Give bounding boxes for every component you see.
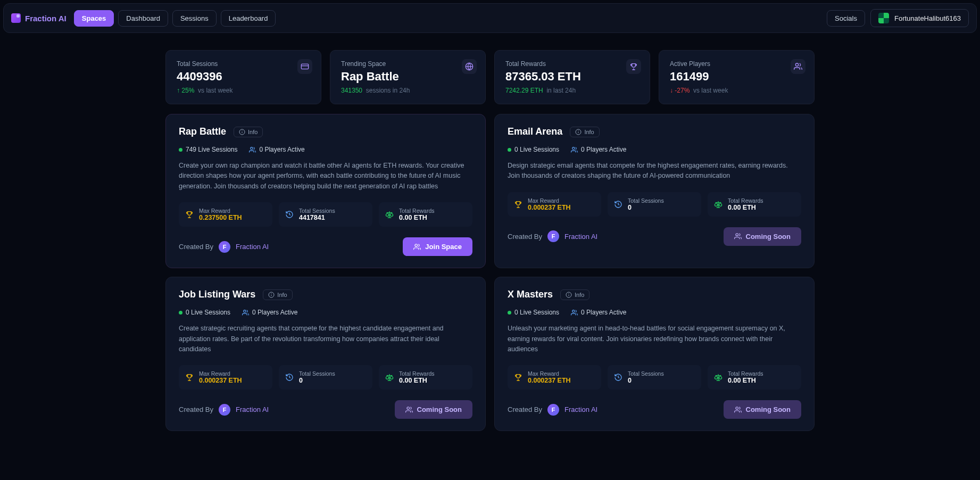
users-icon	[405, 406, 413, 413]
players-active-text: 0 Players Active	[581, 146, 626, 153]
live-sessions-text: 749 Live Sessions	[186, 146, 237, 153]
arrow-up-icon: ↑	[177, 87, 180, 94]
svg-rect-0	[301, 64, 308, 69]
space-title: Job Listing Wars	[179, 289, 255, 300]
space-footer: Created By F Fraction AI Coming Soon	[508, 227, 801, 246]
scale-icon	[385, 210, 394, 219]
stat-label: Active Players	[670, 60, 803, 68]
socials-button[interactable]: Socials	[827, 10, 865, 27]
players-active-text: 0 Players Active	[581, 309, 626, 316]
creator-name[interactable]: Fraction AI	[564, 233, 597, 241]
cta-label: Join Space	[425, 243, 462, 251]
spaces-grid: Rap Battle Info 749 Live Sessions 0 Play…	[165, 114, 815, 431]
stat-label: Total Sessions	[177, 60, 310, 68]
info-button[interactable]: Info	[263, 289, 292, 300]
delta-suffix: in last 24h	[546, 87, 576, 94]
user-chip[interactable]: FortunateHalibut6163	[870, 9, 969, 27]
space-card: Job Listing Wars Info 0 Live Sessions 0 …	[165, 277, 486, 431]
players-active-meta: 0 Players Active	[249, 146, 304, 153]
stats-row: Total Sessions 4409396 ↑ 25% vs last wee…	[165, 50, 815, 104]
username-label: FortunateHalibut6163	[894, 14, 961, 22]
creator-name[interactable]: Fraction AI	[236, 243, 269, 251]
coming-soon-button[interactable]: Coming Soon	[724, 227, 802, 246]
coming-soon-button[interactable]: Coming Soon	[724, 400, 802, 419]
delta-count: 341350	[341, 87, 362, 94]
stat-value: Rap Battle	[341, 70, 475, 84]
metric-total-rewards: Total Rewards 0.00 ETH	[379, 365, 472, 390]
metric-value: 0.00 ETH	[399, 214, 435, 221]
avatar-icon	[878, 13, 889, 23]
info-button[interactable]: Info	[570, 127, 599, 137]
trophy-icon	[185, 373, 194, 382]
stat-total-sessions: Total Sessions 4409396 ↑ 25% vs last wee…	[165, 50, 321, 104]
svg-point-7	[242, 130, 243, 131]
coming-soon-button[interactable]: Coming Soon	[395, 400, 473, 419]
creator-name[interactable]: Fraction AI	[236, 405, 269, 413]
creator-name[interactable]: Fraction AI	[564, 405, 597, 413]
delta-pct: -27%	[675, 87, 690, 94]
cta-label: Coming Soon	[746, 233, 791, 241]
metric-label: Total Sessions	[299, 370, 335, 377]
nav-sessions[interactable]: Sessions	[172, 10, 217, 27]
metric-total-sessions: Total Sessions 0	[608, 365, 701, 390]
metric-label: Max Reward	[199, 370, 242, 377]
globe-icon	[462, 59, 477, 74]
live-sessions-meta: 0 Live Sessions	[508, 309, 559, 316]
space-description: Create strategic recruiting agents that …	[179, 324, 472, 354]
metric-label: Max Reward	[528, 197, 571, 204]
info-label: Info	[248, 129, 258, 135]
svg-point-9	[415, 244, 418, 246]
space-meta: 0 Live Sessions 0 Players Active	[179, 309, 472, 316]
nav-leaderboard[interactable]: Leaderboard	[221, 10, 276, 27]
cta-label: Coming Soon	[746, 405, 791, 413]
space-footer: Created By F Fraction AI Coming Soon	[179, 400, 472, 419]
svg-point-23	[572, 310, 575, 312]
metric-label: Total Sessions	[628, 370, 664, 377]
info-label: Info	[584, 129, 594, 135]
metric-value: 0.00 ETH	[399, 377, 435, 384]
delta-suffix: sessions in 24h	[366, 87, 410, 94]
stat-trending-space: Trending Space Rap Battle 341350 session…	[330, 50, 486, 104]
created-by: Created By F Fraction AI	[508, 230, 597, 242]
space-title: Email Arena	[508, 126, 562, 137]
metrics-row: Max Reward 0.000237 ETH Total Sessions 0…	[179, 365, 472, 390]
metric-label: Max Reward	[199, 208, 242, 214]
users-icon	[571, 146, 578, 153]
info-button[interactable]: Info	[560, 289, 589, 300]
metric-label: Total Rewards	[728, 370, 763, 377]
metric-max-reward: Max Reward 0.000237 ETH	[508, 365, 601, 390]
nav-dashboard[interactable]: Dashboard	[118, 10, 168, 27]
creator-avatar: F	[219, 241, 230, 253]
brand-logo[interactable]: Fraction AI	[11, 13, 67, 23]
metric-label: Total Sessions	[299, 208, 335, 214]
svg-point-24	[735, 407, 738, 410]
nav-spaces[interactable]: Spaces	[74, 10, 114, 27]
trophy-icon	[514, 373, 522, 382]
space-description: Design strategic email agents that compe…	[508, 161, 801, 181]
created-by: Created By F Fraction AI	[179, 241, 269, 253]
users-icon	[791, 59, 805, 74]
created-by: Created By F Fraction AI	[508, 404, 597, 416]
space-card: Rap Battle Info 749 Live Sessions 0 Play…	[165, 114, 486, 268]
metric-label: Total Rewards	[399, 370, 435, 377]
svg-point-14	[735, 234, 738, 236]
history-icon	[614, 373, 622, 382]
svg-point-18	[244, 310, 246, 312]
stat-active-players: Active Players 161499 ↓ -27% vs last wee…	[659, 50, 815, 104]
delta-count: 7242.29 ETH	[505, 87, 543, 94]
svg-point-17	[271, 293, 272, 294]
users-icon	[734, 233, 742, 240]
space-header: Rap Battle Info	[179, 126, 472, 137]
trophy-icon	[626, 59, 641, 74]
status-dot-icon	[508, 148, 511, 152]
metric-value: 0.00 ETH	[728, 377, 763, 384]
nav-tabs: Spaces Dashboard Sessions Leaderboard	[74, 10, 276, 27]
cta-label: Coming Soon	[417, 405, 462, 413]
creator-avatar: F	[547, 404, 559, 416]
join-space-button[interactable]: Join Space	[403, 237, 472, 256]
space-meta: 0 Live Sessions 0 Players Active	[508, 309, 801, 316]
metrics-row: Max Reward 0.000237 ETH Total Sessions 0…	[508, 365, 801, 390]
metric-total-sessions: Total Sessions 4417841	[279, 202, 372, 227]
space-description: Unleash your marketing agent in head-to-…	[508, 324, 801, 354]
info-button[interactable]: Info	[234, 127, 263, 137]
